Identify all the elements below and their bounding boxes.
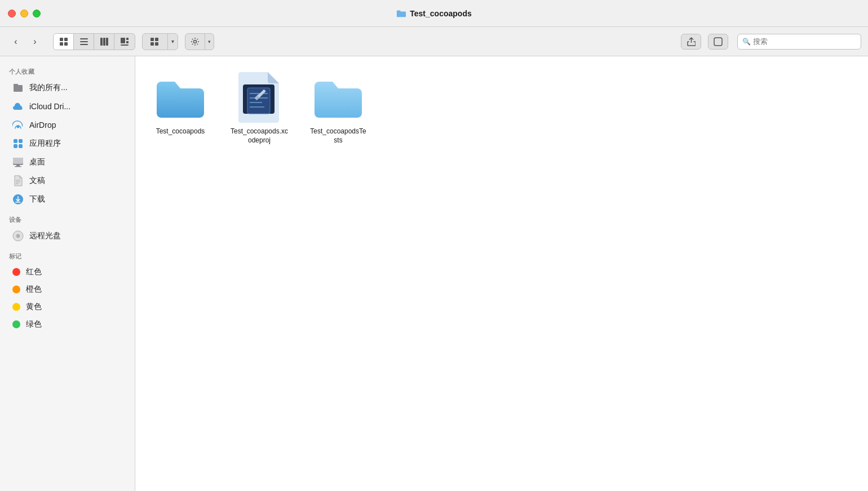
svg-point-38	[17, 235, 19, 236]
maximize-button[interactable]	[33, 10, 41, 17]
search-input[interactable]	[753, 37, 856, 46]
sidebar: 个人收藏 我的所有... iCloud Dri...	[0, 56, 135, 491]
view-icon-columns[interactable]	[94, 34, 114, 50]
sidebar-item-downloads[interactable]: 下载	[3, 190, 131, 208]
settings-btn-main[interactable]	[185, 34, 205, 50]
sidebar-item-airdrop[interactable]: AirDrop	[3, 116, 131, 134]
window-title-text: Test_cocoapods	[410, 9, 471, 18]
svg-rect-23	[14, 139, 17, 143]
sidebar-item-applications[interactable]: 应用程序	[3, 135, 131, 153]
all-files-label: 我的所有...	[29, 83, 68, 93]
svg-rect-14	[150, 38, 154, 41]
share-button[interactable]	[681, 34, 701, 50]
view-icon-list[interactable]	[74, 34, 94, 50]
folder-icon	[396, 9, 406, 18]
svg-rect-1	[64, 38, 68, 41]
tag-yellow-dot	[12, 303, 20, 311]
file-item-xcodeproj[interactable]: Test_cocoapods.xcodeproj	[225, 68, 293, 149]
svg-rect-17	[155, 42, 158, 46]
minimize-button[interactable]	[20, 10, 28, 17]
forward-button[interactable]: ›	[26, 34, 44, 50]
desktop-icon	[12, 157, 24, 168]
xcodeproj-label: Test_cocoapods.xcodeproj	[230, 127, 289, 145]
svg-rect-13	[121, 44, 129, 46]
toolbar: ‹ › ▾ ▾	[0, 27, 868, 56]
sidebar-item-icloud[interactable]: iCloud Dri...	[3, 97, 131, 115]
view-icon-grid[interactable]	[54, 34, 74, 50]
svg-rect-40	[247, 88, 270, 114]
tag-green-label: 绿色	[26, 319, 42, 329]
sidebar-item-all-files[interactable]: 我的所有...	[3, 79, 131, 97]
svg-rect-3	[64, 42, 68, 46]
folder-main-icon	[155, 72, 206, 123]
svg-rect-21	[14, 84, 18, 86]
sidebar-item-tag-red[interactable]: 红色	[3, 264, 131, 280]
svg-rect-30	[15, 166, 21, 167]
remote-disc-icon	[12, 230, 24, 242]
nav-buttons: ‹ ›	[7, 34, 44, 50]
desktop-label: 桌面	[29, 157, 45, 167]
downloads-label: 下载	[29, 194, 45, 204]
svg-rect-28	[13, 158, 23, 164]
sidebar-item-tag-orange[interactable]: 橙色	[3, 281, 131, 298]
svg-rect-4	[80, 38, 88, 39]
sidebar-item-desktop[interactable]: 桌面	[3, 153, 131, 171]
content-area: Test_cocoapods	[135, 56, 868, 491]
devices-header: 设备	[0, 209, 135, 226]
svg-rect-6	[80, 44, 88, 45]
group-button: ▾	[142, 33, 178, 50]
tag-yellow-label: 黄色	[26, 302, 42, 312]
close-button[interactable]	[8, 10, 16, 17]
search-icon: 🔍	[742, 38, 751, 46]
window-title: Test_cocoapods	[396, 9, 471, 18]
sidebar-item-tag-yellow[interactable]: 黄色	[3, 298, 131, 315]
folder-main-label: Test_cocoapods	[156, 127, 205, 136]
all-files-icon	[12, 82, 24, 93]
airdrop-label: AirDrop	[29, 120, 56, 130]
tag-orange-dot	[12, 285, 20, 293]
files-grid: Test_cocoapods	[147, 68, 857, 149]
svg-rect-8	[103, 38, 105, 46]
sidebar-item-documents[interactable]: 文稿	[3, 172, 131, 190]
applications-icon	[12, 138, 24, 149]
tag-orange-label: 橙色	[26, 284, 42, 294]
settings-btn-arrow[interactable]: ▾	[205, 34, 214, 50]
svg-rect-12	[126, 41, 129, 43]
tag-red-label: 红色	[26, 267, 42, 277]
documents-label: 文稿	[29, 176, 45, 186]
file-item-folder-main[interactable]: Test_cocoapods	[147, 68, 214, 149]
back-button[interactable]: ‹	[7, 34, 25, 50]
settings-button: ▾	[185, 33, 214, 50]
titlebar: Test_cocoapods	[0, 0, 868, 27]
remote-disc-label: 远程光盘	[29, 231, 61, 241]
svg-point-18	[194, 40, 197, 43]
tag-button[interactable]	[708, 34, 728, 50]
group-btn-main[interactable]	[143, 34, 167, 50]
folder-tests-label: Test_cocoapodsTests	[309, 127, 367, 145]
xcodeproj-icon	[234, 72, 285, 123]
sidebar-item-remote-disc[interactable]: 远程光盘	[3, 227, 131, 245]
airdrop-icon	[12, 119, 24, 131]
svg-rect-7	[100, 38, 103, 46]
view-icon-gallery[interactable]	[114, 34, 135, 50]
svg-rect-16	[150, 42, 154, 46]
svg-rect-11	[126, 38, 129, 40]
folder-tests-icon	[313, 72, 364, 123]
file-item-folder-tests[interactable]: Test_cocoapodsTests	[304, 68, 372, 149]
tag-green-dot	[12, 320, 20, 328]
favorites-header: 个人收藏	[0, 61, 135, 78]
tag-red-dot	[12, 268, 20, 276]
svg-rect-25	[14, 144, 17, 148]
search-box[interactable]: 🔍	[737, 34, 861, 50]
svg-rect-10	[121, 38, 125, 43]
icloud-icon	[12, 101, 24, 112]
group-btn-arrow[interactable]: ▾	[167, 34, 178, 50]
svg-rect-0	[60, 38, 63, 41]
svg-rect-2	[60, 42, 63, 46]
svg-rect-5	[80, 41, 88, 42]
svg-rect-19	[714, 38, 722, 46]
svg-rect-9	[106, 38, 108, 46]
downloads-icon	[12, 194, 24, 205]
sidebar-item-tag-green[interactable]: 绿色	[3, 316, 131, 333]
traffic-lights	[8, 10, 41, 17]
